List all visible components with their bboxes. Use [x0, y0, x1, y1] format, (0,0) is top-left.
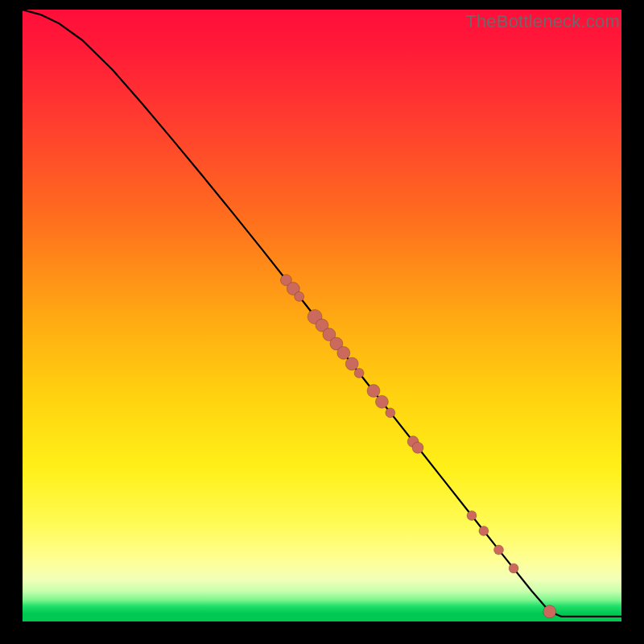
data-point [375, 395, 388, 408]
data-point [543, 605, 556, 618]
main-curve [23, 10, 621, 617]
chart-overlay [23, 10, 621, 621]
data-point [295, 291, 304, 301]
point-layer [280, 275, 555, 618]
watermark-text: TheBottleneck.com [465, 11, 620, 32]
data-point [367, 385, 380, 398]
data-point [345, 357, 358, 370]
plot-area [23, 10, 621, 621]
data-point [509, 564, 518, 573]
data-point [479, 526, 489, 536]
data-point [337, 346, 350, 359]
data-point [412, 442, 423, 453]
data-point [386, 408, 395, 418]
data-point [354, 368, 364, 378]
data-point [494, 545, 504, 555]
data-point [467, 511, 477, 521]
chart-stage: TheBottleneck.com [0, 0, 644, 644]
